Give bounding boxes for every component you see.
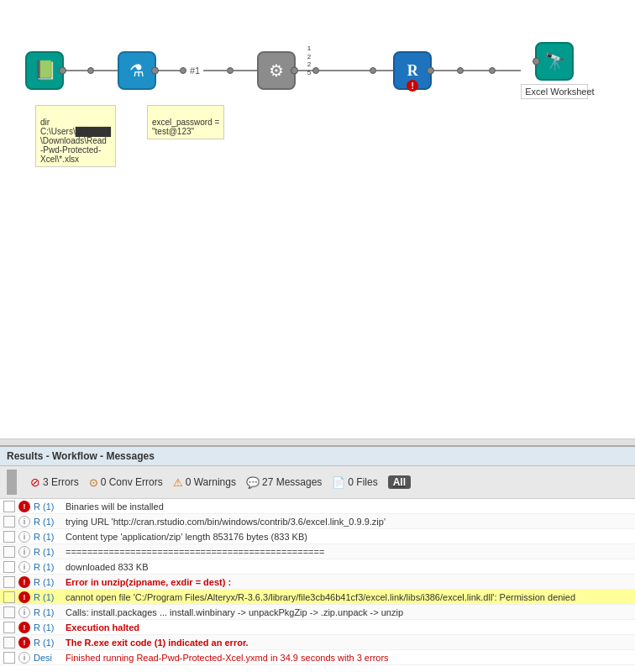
- message-row: i R (1) trying URL 'http://cran.rstudio.…: [0, 514, 635, 529]
- node-excel[interactable]: 🔭 Excel Worksheet: [521, 42, 588, 99]
- message-row-highlighted: ! R (1) cannot open file 'C:/Program Fil…: [0, 590, 635, 605]
- connector-1b: [94, 70, 118, 71]
- info-icon-badge: i: [18, 652, 30, 664]
- msg-text: Execution halted: [66, 622, 632, 633]
- msg-text: downloaded 833 KB: [66, 562, 632, 572]
- all-filter[interactable]: All: [388, 475, 411, 489]
- files-label: 0 Files: [348, 476, 377, 488]
- input-annotation: dirC:\Users\██████\Downloads\Read-Pwd-Pr…: [35, 105, 116, 167]
- conv-errors-label: 0 Conv Errors: [101, 476, 163, 488]
- connector-dot-2b: [227, 67, 234, 74]
- messages-label: 27 Messages: [262, 476, 322, 488]
- port-flask-right[interactable]: [151, 67, 159, 75]
- msg-source: Desi: [34, 653, 60, 663]
- gear-icon: ⚙: [269, 60, 284, 81]
- number-badges: 1 2 2 5: [307, 45, 311, 76]
- connector-2c: [234, 70, 257, 71]
- port-right[interactable]: [59, 67, 66, 75]
- port-r-right[interactable]: [427, 67, 434, 75]
- msg-source: R (1): [34, 622, 60, 633]
- row-checkbox[interactable]: [3, 561, 15, 573]
- message-row: i R (1) downloaded 833 KB: [0, 559, 635, 575]
- msg-source: R (1): [34, 501, 60, 512]
- messages-area[interactable]: ! R (1) Binaries will be installed i R (…: [0, 499, 635, 672]
- connector-4c: [496, 70, 521, 71]
- row-checkbox[interactable]: [3, 531, 15, 543]
- row-checkbox[interactable]: [3, 622, 15, 633]
- node-gear[interactable]: ⚙ 1 2 2 5: [257, 51, 296, 90]
- connector-3b: [319, 70, 370, 71]
- msg-source: R (1): [34, 517, 60, 527]
- msg-source: R (1): [34, 592, 60, 602]
- connector-dot-3b: [370, 67, 376, 74]
- error-icon: ⊘: [30, 475, 40, 489]
- connector-dot-1: [87, 67, 94, 74]
- warnings-filter[interactable]: ⚠ 0 Warnings: [173, 476, 236, 489]
- row-checkbox[interactable]: [3, 576, 15, 588]
- connector-dot-2: [180, 67, 186, 74]
- node-flask-icon[interactable]: ⚗: [118, 51, 156, 90]
- panel-toolbar: ⊘ 3 Errors ⊙ 0 Conv Errors ⚠ 0 Warnings …: [0, 466, 635, 499]
- connector-2: [156, 70, 180, 71]
- message-row: i R (1) ================================…: [0, 544, 635, 559]
- msg-text: Binaries will be installed: [66, 501, 632, 512]
- excel-node-label: Excel Worksheet: [521, 84, 588, 99]
- node-excel-icon[interactable]: 🔭: [535, 42, 574, 81]
- conv-errors-filter[interactable]: ⊙ 0 Conv Errors: [89, 476, 163, 489]
- error-icon-badge: !: [18, 591, 30, 603]
- msg-source: R (1): [34, 638, 60, 648]
- node-input-icon[interactable]: 📗: [25, 51, 64, 90]
- msg-source: R (1): [34, 562, 60, 572]
- row-checkbox[interactable]: [3, 637, 15, 648]
- workflow-nodes: 📗 ⚗ #1 ⚙ 1: [25, 42, 588, 99]
- sidebar-toggle[interactable]: [7, 470, 17, 495]
- connector-1: [64, 70, 87, 71]
- flask-icon: ⚗: [129, 60, 144, 81]
- message-row: ! R (1) Error in unzip(zipname, exdir = …: [0, 575, 635, 590]
- msg-text: Content type 'application/zip' length 85…: [66, 532, 632, 542]
- row-checkbox[interactable]: [3, 516, 15, 528]
- connector-3c: [376, 70, 393, 71]
- port-gear-right[interactable]: [291, 67, 298, 75]
- node-r-script[interactable]: R !: [393, 51, 432, 90]
- connector-dot-3: [312, 67, 319, 74]
- info-icon-badge: i: [18, 531, 30, 543]
- conv-error-icon: ⊙: [89, 476, 98, 489]
- msg-text: Calls: install.packages ... install.winb…: [66, 607, 632, 617]
- info-icon-badge: i: [18, 606, 30, 618]
- row-checkbox[interactable]: [3, 546, 15, 558]
- errors-filter[interactable]: ⊘ 3 Errors: [30, 475, 79, 489]
- messages-filter[interactable]: 💬 27 Messages: [246, 476, 322, 489]
- node-flask[interactable]: ⚗: [118, 51, 156, 90]
- row-checkbox[interactable]: [3, 652, 15, 664]
- msg-text: trying URL 'http://cran.rstudio.com/bin/…: [66, 517, 632, 527]
- workflow-canvas: 📗 ⚗ #1 ⚙ 1: [0, 0, 635, 438]
- files-filter[interactable]: 📄 0 Files: [332, 476, 377, 489]
- row-checkbox[interactable]: [3, 606, 15, 618]
- row-checkbox[interactable]: [3, 591, 15, 603]
- connector-dot-4: [457, 67, 464, 74]
- error-icon-badge: !: [18, 576, 30, 588]
- warnings-label: 0 Warnings: [186, 476, 236, 488]
- message-row-final: i Desi Finished running Read-Pwd-Protect…: [0, 650, 635, 665]
- node-r-icon[interactable]: R !: [393, 51, 432, 90]
- node-gear-icon[interactable]: ⚙ 1 2 2 5: [257, 51, 296, 90]
- msg-source: R (1): [34, 577, 60, 587]
- msg-text: Error in unzip(zipname, exdir = dest) :: [66, 577, 632, 587]
- message-row: ! R (1) Execution halted: [0, 620, 635, 635]
- all-label: All: [388, 475, 411, 489]
- msg-source: R (1): [34, 532, 60, 542]
- msg-text: The R.exe exit code (1) indicated an err…: [66, 638, 632, 648]
- book-icon: 📗: [34, 60, 56, 81]
- port-excel-left[interactable]: [533, 58, 540, 66]
- node-input-data[interactable]: 📗: [25, 51, 64, 90]
- row-checkbox[interactable]: [3, 501, 15, 512]
- msg-source: R (1): [34, 607, 60, 617]
- info-icon-badge: i: [18, 561, 30, 573]
- message-row: ! R (1) The R.exe exit code (1) indicate…: [0, 635, 635, 650]
- connector-2b: [203, 70, 227, 71]
- r-icon: R: [407, 62, 418, 80]
- connector-dot-4b: [489, 67, 496, 74]
- horizontal-scrollbar[interactable]: [0, 438, 635, 445]
- message-row: ! R (1) Binaries will be installed: [0, 499, 635, 514]
